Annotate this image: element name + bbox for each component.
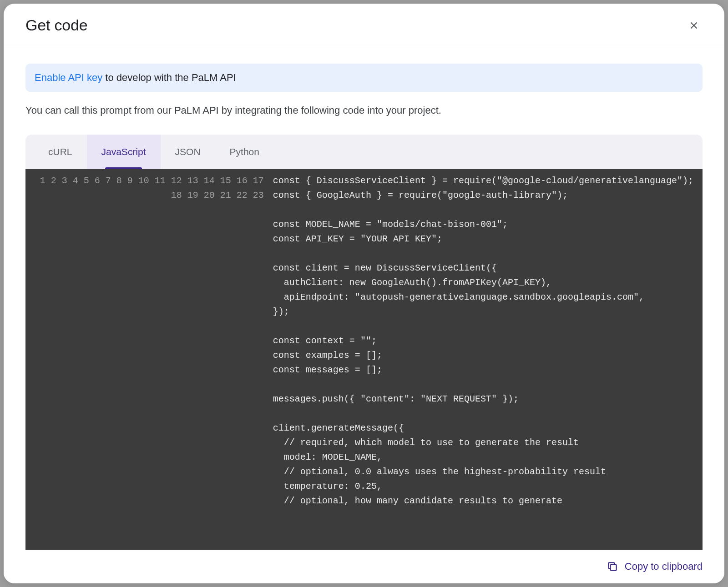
modal-footer: Copy to clipboard <box>4 550 724 583</box>
modal-header: Get code <box>4 4 724 47</box>
svg-rect-2 <box>610 565 616 571</box>
tab-json[interactable]: JSON <box>161 135 215 169</box>
enable-api-key-link[interactable]: Enable API key <box>35 72 102 83</box>
description-text: You can call this prompt from our PaLM A… <box>25 105 703 116</box>
banner-text: to develop with the PaLM API <box>102 72 236 83</box>
modal-title: Get code <box>25 16 87 34</box>
copy-to-clipboard-button[interactable]: Copy to clipboard <box>607 561 703 572</box>
tabs-container: cURLJavaScriptJSONPython <box>25 135 703 169</box>
close-button[interactable] <box>685 17 703 34</box>
copy-icon <box>607 561 618 572</box>
close-icon <box>689 20 699 30</box>
copy-label: Copy to clipboard <box>625 561 703 572</box>
tab-javascript[interactable]: JavaScript <box>87 135 161 169</box>
info-banner: Enable API key to develop with the PaLM … <box>25 64 703 92</box>
line-numbers: 1 2 3 4 5 6 7 8 9 10 11 12 13 14 15 16 1… <box>25 169 268 550</box>
get-code-modal: Get code Enable API key to develop with … <box>4 4 724 583</box>
code-section: cURLJavaScriptJSONPython 1 2 3 4 5 6 7 8… <box>25 135 703 550</box>
tab-curl[interactable]: cURL <box>34 135 87 169</box>
modal-body: Enable API key to develop with the PaLM … <box>4 47 724 550</box>
tab-python[interactable]: Python <box>215 135 274 169</box>
code-block[interactable]: 1 2 3 4 5 6 7 8 9 10 11 12 13 14 15 16 1… <box>25 169 703 550</box>
code-content: const { DiscussServiceClient } = require… <box>268 169 703 550</box>
